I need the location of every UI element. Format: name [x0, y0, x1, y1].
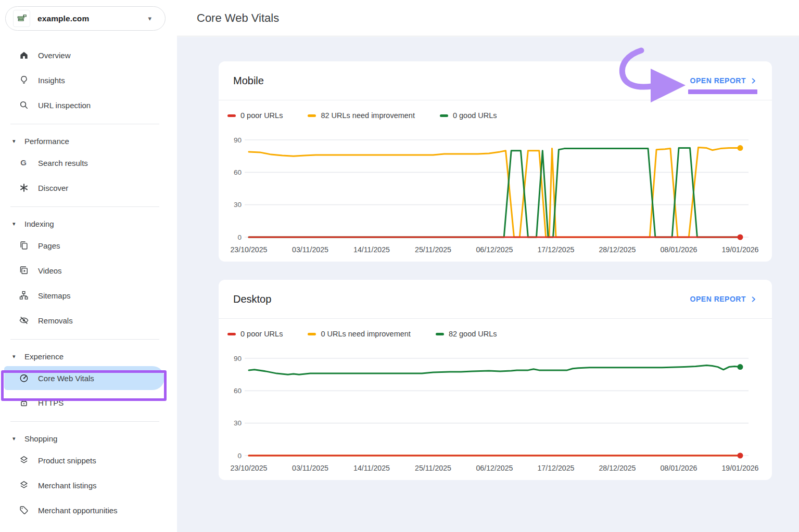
sidebar-item-merchant-opportunities[interactable]: Merchant opportunities — [0, 498, 177, 523]
sidebar-item-discover[interactable]: Discover — [0, 175, 177, 200]
legend-item: 82 URLs need improvement — [308, 111, 415, 120]
mobile-card-header: Mobile OPEN REPORT — [219, 61, 772, 100]
sidebar-item-label: Insights — [38, 76, 65, 85]
svg-text:03/11/2025: 03/11/2025 — [292, 245, 328, 254]
sidebar-item-https[interactable]: HTTPS — [0, 390, 177, 415]
section-label: Performance — [24, 137, 69, 146]
video-icon — [19, 265, 29, 276]
sidebar-item-pages[interactable]: Pages — [0, 233, 177, 258]
sidebar-item-label: URL inspection — [38, 101, 91, 110]
sidebar-item-overview[interactable]: Overview — [0, 43, 177, 68]
svg-text:25/11/2025: 25/11/2025 — [415, 245, 451, 254]
section-label: Indexing — [24, 219, 54, 228]
chevron-right-icon — [750, 295, 757, 303]
svg-text:28/12/2025: 28/12/2025 — [599, 245, 636, 254]
speedometer-icon — [19, 373, 29, 383]
legend-dash-red — [227, 333, 236, 335]
open-report-label: OPEN REPORT — [690, 295, 746, 303]
layers-icon — [19, 480, 29, 490]
property-icon — [13, 10, 30, 27]
desktop-card-header: Desktop OPEN REPORT — [219, 280, 772, 318]
sidebar-item-label: Product snippets — [38, 456, 96, 465]
sidebar-item-label: Search results — [38, 159, 88, 167]
sidebar-item-removals[interactable]: Removals — [0, 308, 177, 333]
main-body: Mobile OPEN REPORT 0 poor URLs 82 URLs n… — [177, 37, 799, 532]
mobile-card-title: Mobile — [233, 75, 690, 87]
svg-text:17/12/2025: 17/12/2025 — [537, 464, 574, 472]
lock-icon — [19, 397, 29, 408]
sidebar-divider — [10, 339, 159, 340]
svg-text:60: 60 — [234, 387, 242, 395]
legend-label: 82 URLs need improvement — [321, 111, 415, 120]
chevron-right-icon — [750, 77, 757, 85]
open-report-label: OPEN REPORT — [690, 76, 746, 85]
search-icon — [19, 100, 29, 110]
mobile-chart: 030609023/10/202503/11/202514/11/202525/… — [222, 131, 763, 262]
desktop-open-report-link[interactable]: OPEN REPORT — [690, 295, 757, 303]
sitemap-tree-icon — [19, 290, 29, 301]
sidebar-item-label: Videos — [38, 266, 62, 275]
main-content: Core Web Vitals Mobile OPEN REPORT 0 poo… — [177, 0, 799, 532]
section-label: Shopping — [24, 434, 57, 443]
legend-item: 82 good URLs — [436, 330, 497, 338]
svg-text:0: 0 — [237, 233, 242, 241]
sidebar-item-videos[interactable]: Videos — [0, 258, 177, 283]
page-title: Core Web Vitals — [197, 11, 279, 25]
svg-text:25/11/2025: 25/11/2025 — [415, 464, 451, 472]
svg-text:08/01/2026: 08/01/2026 — [660, 464, 697, 472]
legend-item: 0 poor URLs — [227, 330, 283, 338]
legend-dash-orange — [308, 114, 316, 117]
svg-text:90: 90 — [234, 136, 242, 144]
sidebar-item-label: HTTPS — [38, 398, 64, 407]
sidebar-item-label: Core Web Vitals — [38, 374, 94, 383]
google-g-icon: G — [19, 158, 29, 168]
svg-text:23/10/2025: 23/10/2025 — [230, 464, 267, 472]
legend-label: 0 poor URLs — [240, 111, 283, 120]
sidebar-section-performance[interactable]: ▾ Performance — [0, 132, 177, 150]
page-header: Core Web Vitals — [177, 0, 799, 36]
pages-icon — [19, 240, 29, 251]
layers-icon — [19, 455, 29, 465]
lightbulb-icon — [19, 75, 29, 85]
sidebar-divider — [10, 206, 159, 207]
svg-text:28/12/2025: 28/12/2025 — [599, 464, 636, 472]
sidebar-item-insights[interactable]: Insights — [0, 68, 177, 93]
desktop-card: Desktop OPEN REPORT 0 poor URLs 0 URLs n… — [219, 280, 772, 480]
sidebar-item-search-results[interactable]: G Search results — [0, 150, 177, 175]
svg-text:60: 60 — [234, 168, 242, 176]
desktop-legend: 0 poor URLs 0 URLs need improvement 82 g… — [219, 319, 772, 349]
sidebar-item-merchant-listings[interactable]: Merchant listings — [0, 473, 177, 498]
sidebar-item-sitemaps[interactable]: Sitemaps — [0, 283, 177, 308]
property-selector[interactable]: example.com ▾ — [5, 6, 166, 31]
svg-text:19/01/2026: 19/01/2026 — [721, 245, 758, 254]
chevron-down-icon: ▾ — [12, 353, 20, 360]
legend-label: 0 good URLs — [453, 111, 497, 120]
sidebar-item-label: Discover — [38, 184, 68, 192]
sidebar-item-url-inspection[interactable]: URL inspection — [0, 93, 177, 118]
svg-text:14/11/2025: 14/11/2025 — [353, 464, 390, 472]
sidebar-item-core-web-vitals[interactable]: Core Web Vitals — [4, 366, 164, 390]
sidebar-item-product-snippets[interactable]: Product snippets — [0, 448, 177, 473]
tag-icon — [19, 505, 29, 515]
sidebar-section-indexing[interactable]: ▾ Indexing — [0, 214, 177, 233]
legend-label: 82 good URLs — [449, 330, 497, 338]
sidebar-section-shopping[interactable]: ▾ Shopping — [0, 429, 177, 448]
svg-text:90: 90 — [234, 355, 242, 362]
eye-off-icon — [19, 315, 29, 326]
mobile-legend: 0 poor URLs 82 URLs need improvement 0 g… — [219, 100, 772, 131]
svg-text:14/11/2025: 14/11/2025 — [353, 245, 390, 254]
legend-item: 0 URLs need improvement — [308, 330, 410, 338]
svg-text:17/12/2025: 17/12/2025 — [537, 245, 574, 254]
legend-label: 0 poor URLs — [240, 330, 283, 338]
sidebar-item-label: Merchant listings — [38, 481, 97, 490]
svg-text:G: G — [20, 158, 27, 167]
svg-text:0: 0 — [237, 452, 242, 460]
mobile-open-report-link[interactable]: OPEN REPORT — [690, 76, 757, 85]
sidebar-section-experience[interactable]: ▾ Experience — [0, 347, 177, 366]
legend-dash-green — [436, 333, 444, 335]
chevron-down-icon: ▾ — [12, 435, 20, 442]
sidebar-nav: Overview Insights URL inspection — [0, 43, 177, 523]
svg-text:03/11/2025: 03/11/2025 — [292, 464, 328, 472]
home-icon — [19, 50, 29, 60]
svg-text:23/10/2025: 23/10/2025 — [230, 245, 267, 254]
